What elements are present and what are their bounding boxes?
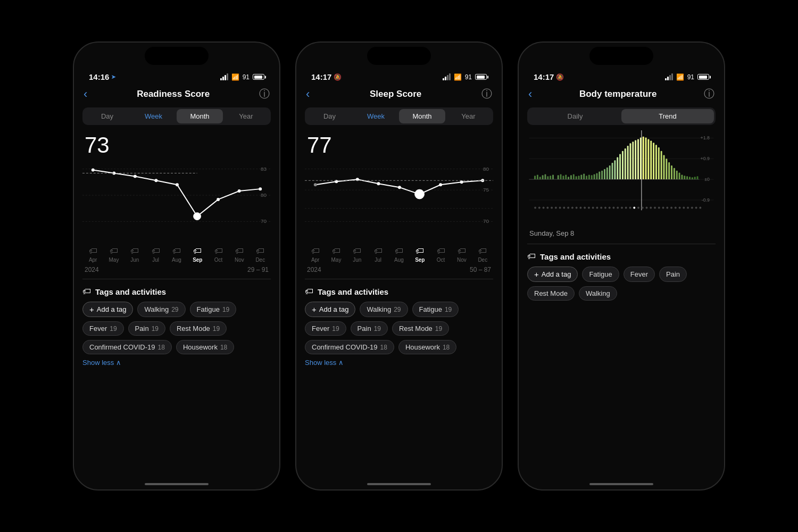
tag-walking-2[interactable]: Walking 29 <box>360 302 408 317</box>
back-button-1[interactable]: ‹ <box>84 87 87 101</box>
show-less-btn-1[interactable]: Show less ∧ <box>82 354 271 371</box>
tag-fever-3[interactable]: Fever <box>624 267 655 282</box>
svg-rect-56 <box>568 177 569 179</box>
tag-restmode-3[interactable]: Rest Mode <box>527 286 575 301</box>
tab-day-2[interactable]: Day <box>306 109 353 123</box>
tag-housework-2[interactable]: Housework 18 <box>398 340 456 354</box>
tab-daily-3[interactable]: Daily <box>529 109 621 123</box>
back-button-2[interactable]: ‹ <box>306 87 310 101</box>
score-display-2: 77 <box>296 130 502 158</box>
tag-fatigue-1[interactable]: Fatigue 19 <box>190 302 237 317</box>
status-icons-3: 📶 91 <box>665 73 709 81</box>
tag-fatigue-2[interactable]: Fatigue 19 <box>412 302 459 317</box>
tag-pain-3[interactable]: Pain <box>659 267 687 282</box>
info-button-1[interactable]: ⓘ <box>259 87 270 101</box>
month-nov-1[interactable]: 🏷Nov <box>229 246 250 263</box>
svg-rect-132 <box>637 207 639 209</box>
temp-chart-svg: +1.8 +0.9 ±0 -0.9 <box>527 130 716 215</box>
svg-rect-135 <box>650 207 652 209</box>
tag-restmode-2[interactable]: Rest Mode 19 <box>392 321 449 336</box>
month-oct-1[interactable]: 🏷Oct <box>208 246 229 263</box>
tag-fever-2[interactable]: Fever 19 <box>305 321 346 336</box>
status-time-1: 14:16 ➤ <box>89 72 115 81</box>
svg-rect-55 <box>565 174 567 179</box>
status-bar-2: 14:17 🔕 📶 91 <box>296 65 502 85</box>
add-tag-btn-2[interactable]: + Add a tag <box>305 302 355 317</box>
month-dec-1[interactable]: 🏷Dec <box>250 246 271 263</box>
battery-icon-2 <box>475 74 487 80</box>
svg-rect-113 <box>559 207 561 209</box>
chart-svg-2: 80 75 70 <box>305 158 493 232</box>
tab-year-2[interactable]: Year <box>445 109 492 123</box>
back-button-3[interactable]: ‹ <box>528 87 532 101</box>
svg-rect-144 <box>687 207 689 209</box>
svg-rect-72 <box>609 165 611 179</box>
tag-covid-1[interactable]: Confirmed COVID-19 18 <box>82 340 172 354</box>
month-may-2[interactable]: 🏷May <box>326 246 346 263</box>
month-oct-2[interactable]: 🏷Oct <box>430 246 451 263</box>
tag-walking-3[interactable]: Walking <box>579 286 617 301</box>
svg-rect-57 <box>570 175 572 179</box>
month-dec-2[interactable]: 🏷Dec <box>472 246 493 263</box>
month-jul-2[interactable]: 🏷Jul <box>368 246 388 263</box>
tag-pain-2[interactable]: Pain 19 <box>351 321 388 336</box>
month-may-1[interactable]: 🏷May <box>103 246 124 263</box>
svg-rect-61 <box>580 174 582 179</box>
svg-rect-131 <box>633 207 635 209</box>
svg-rect-112 <box>555 207 557 209</box>
svg-point-29 <box>439 183 442 186</box>
dynamic-island-3 <box>589 47 653 65</box>
tab-month-2[interactable]: Month <box>399 109 445 123</box>
tag-covid-2[interactable]: Confirmed COVID-19 18 <box>305 340 394 354</box>
svg-rect-119 <box>584 207 586 209</box>
tags-title-3: Tags and activities <box>540 252 611 261</box>
add-tag-btn-3[interactable]: + Add a tag <box>527 267 578 282</box>
tag-fatigue-3[interactable]: Fatigue <box>582 267 619 282</box>
chart-area-2: 80 75 70 <box>305 158 493 243</box>
month-jun-2[interactable]: 🏷Jun <box>347 246 368 263</box>
tab-month-1[interactable]: Month <box>177 109 223 123</box>
wifi-icon-1: 📶 <box>231 73 239 81</box>
month-apr-1[interactable]: 🏷Apr <box>82 246 103 263</box>
tab-day-1[interactable]: Day <box>84 109 130 123</box>
info-button-3[interactable]: ⓘ <box>704 87 714 101</box>
svg-rect-70 <box>604 169 605 179</box>
tab-trend-3[interactable]: Trend <box>621 109 714 123</box>
tag-walking-1[interactable]: Walking 29 <box>137 302 185 317</box>
svg-rect-63 <box>586 176 587 179</box>
month-jul-1[interactable]: 🏷Jul <box>145 246 166 263</box>
month-jun-1[interactable]: 🏷Jun <box>124 246 145 263</box>
svg-rect-104 <box>692 177 693 179</box>
tab-week-1[interactable]: Week <box>130 109 177 123</box>
svg-rect-65 <box>591 175 593 179</box>
svg-text:70: 70 <box>483 218 489 224</box>
tag-pain-1[interactable]: Pain 19 <box>128 321 165 336</box>
svg-point-23 <box>314 183 317 186</box>
month-sep-2[interactable]: 🏷Sep <box>410 246 430 263</box>
month-aug-1[interactable]: 🏷Aug <box>166 246 187 263</box>
show-less-btn-2[interactable]: Show less ∧ <box>305 354 493 371</box>
wifi-icon-2: 📶 <box>454 73 462 81</box>
year-row-1: 2024 29 – 91 <box>74 264 279 276</box>
phone-sleep: 14:17 🔕 📶 91 ‹ Sleep Score ⓘ Day <box>295 41 503 491</box>
tag-fever-1[interactable]: Fever 19 <box>82 321 124 336</box>
svg-rect-59 <box>576 176 577 179</box>
month-sep-1[interactable]: 🏷Sep <box>187 246 208 263</box>
add-tag-btn-1[interactable]: + Add a tag <box>82 302 133 317</box>
page-title-1: Readiness Score <box>137 89 210 99</box>
info-button-2[interactable]: ⓘ <box>481 87 492 101</box>
status-time-3: 14:17 🔕 <box>534 72 564 81</box>
svg-rect-53 <box>560 174 562 179</box>
month-apr-2[interactable]: 🏷Apr <box>305 246 326 263</box>
svg-rect-125 <box>609 207 611 209</box>
svg-rect-146 <box>695 207 697 209</box>
tag-restmode-1[interactable]: Rest Mode 19 <box>170 321 227 336</box>
month-aug-2[interactable]: 🏷Aug <box>388 246 409 263</box>
svg-rect-68 <box>598 172 600 180</box>
tag-housework-1[interactable]: Housework 18 <box>176 340 234 354</box>
month-nov-2[interactable]: 🏷Nov <box>451 246 472 263</box>
tab-week-2[interactable]: Week <box>353 109 399 123</box>
tab-year-1[interactable]: Year <box>223 109 269 123</box>
svg-rect-75 <box>617 157 618 179</box>
svg-rect-118 <box>579 207 581 209</box>
